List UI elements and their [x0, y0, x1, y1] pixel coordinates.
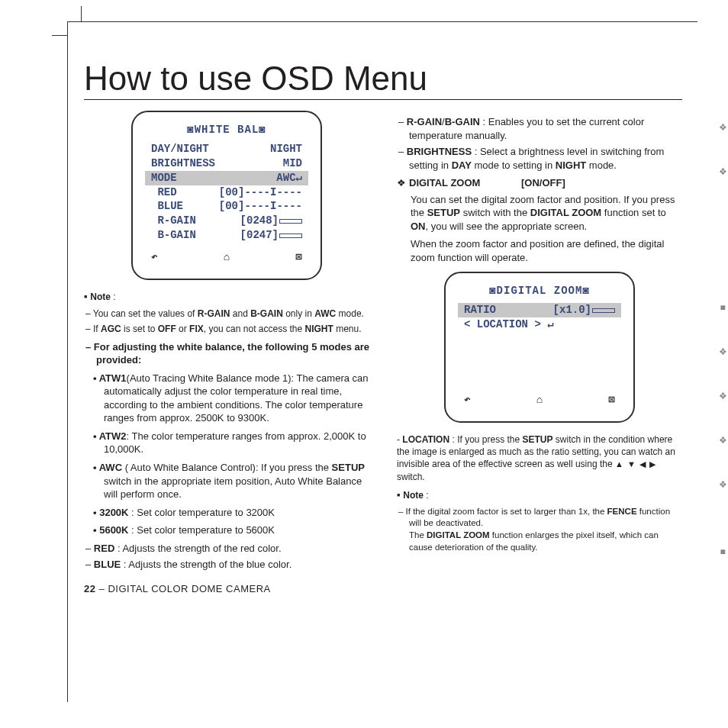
note-heading: ■Note : [84, 291, 369, 303]
wb-heading: For adjusting the white balance, the fol… [96, 340, 369, 367]
osd-digital-zoom: ◙DIGITAL ZOOM◙ RATIO[x1.0] < LOCATION > … [444, 272, 635, 423]
wb-modes-list: ATW1(Auto Tracing White Balance mode 1):… [87, 372, 369, 537]
rgain-brightness-list: R-GAIN/B-GAIN : Enables you to set the c… [397, 115, 682, 172]
osd-white-bal: ◙WHITE BAL◙ DAY/NIGHTNIGHT BRIGHTNESSMID… [131, 111, 322, 280]
left-column: ◙WHITE BAL◙ DAY/NIGHTNIGHT BRIGHTNESSMID… [84, 111, 369, 595]
note-list-2: If the digital zoom factor is set to lar… [397, 506, 682, 553]
wb-section: For adjusting the white balance, the fol… [84, 340, 369, 367]
note-list: You can set the values of R-GAIN and B-G… [84, 308, 369, 335]
digital-zoom-heading: ❖DIGITAL ZOOM [ON/OFF] [397, 176, 682, 190]
arrow-icons: ▲ ▼ ◀ ▶ [615, 459, 656, 469]
red-blue-list: RED : Adjusts the strength of the red co… [84, 542, 369, 572]
back-icon: ↶ [151, 250, 157, 265]
dz-para-2: When the zoom factor and position are de… [411, 237, 682, 264]
right-column: R-GAIN/B-GAIN : Enables you to set the c… [397, 111, 682, 595]
osd-title: ◙DIGITAL ZOOM◙ [464, 284, 615, 298]
osd-title: ◙WHITE BAL◙ [151, 123, 302, 137]
close-icon: ⊠ [296, 250, 302, 265]
home-icon: ⌂ [536, 393, 543, 407]
dz-para-1: You can set the digital zoom factor and … [411, 193, 682, 234]
note-heading-2: ■Note : [397, 489, 682, 501]
page-title: How to use OSD Menu [84, 60, 682, 100]
location-para: - LOCATION : If you press the SETUP swit… [397, 433, 682, 483]
back-icon: ↶ [464, 393, 470, 407]
home-icon: ⌂ [224, 250, 230, 265]
page-footer: 22 – DIGITAL COLOR DOME CAMERA [84, 582, 369, 596]
close-icon: ⊠ [609, 393, 615, 407]
